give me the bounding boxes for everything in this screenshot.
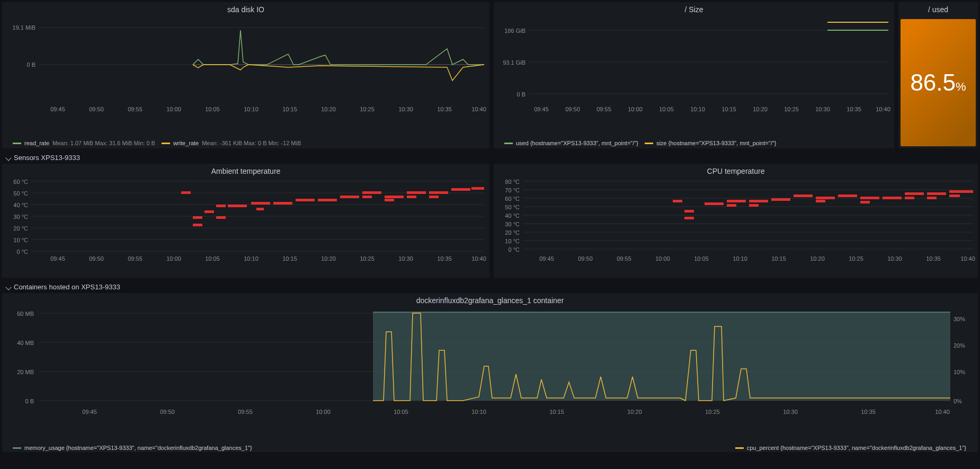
svg-rect-29 xyxy=(362,196,372,198)
legend-write-rate[interactable]: write_rate Mean: -361 KiB Max: 0 B Min: … xyxy=(162,140,301,146)
chart-size xyxy=(494,17,894,112)
svg-rect-68 xyxy=(949,194,960,197)
svg-rect-31 xyxy=(385,199,394,201)
panel-title: Ambient temperature xyxy=(2,164,489,179)
svg-rect-56 xyxy=(794,194,813,197)
panel-container[interactable]: dockerinfluxdb2grafana_glances_1 contain… xyxy=(2,293,978,452)
panel-title: CPU temperature xyxy=(494,164,978,179)
chevron-down-icon xyxy=(5,284,11,290)
svg-rect-52 xyxy=(727,204,736,207)
chevron-down-icon xyxy=(5,155,11,161)
svg-rect-61 xyxy=(860,201,870,203)
svg-rect-63 xyxy=(905,192,924,195)
svg-rect-50 xyxy=(705,202,724,205)
svg-rect-20 xyxy=(216,216,226,219)
svg-rect-47 xyxy=(673,200,682,202)
section-sensors-toggle[interactable]: Sensors XPS13-9333 xyxy=(2,152,978,164)
svg-rect-19 xyxy=(216,205,226,207)
panel-title: / used xyxy=(898,2,978,17)
svg-rect-15 xyxy=(181,191,191,194)
svg-rect-36 xyxy=(451,188,470,191)
svg-rect-66 xyxy=(927,197,937,199)
svg-rect-53 xyxy=(749,200,768,202)
read-rate-swatch xyxy=(13,143,21,144)
chart-ambient xyxy=(2,179,489,261)
svg-rect-30 xyxy=(385,196,404,198)
legend-memory-usage[interactable]: memory_usage {hostname="XPS13-9333", nam… xyxy=(13,445,252,451)
svg-rect-48 xyxy=(684,210,694,213)
svg-rect-49 xyxy=(684,217,694,219)
svg-rect-25 xyxy=(296,199,315,201)
svg-rect-34 xyxy=(429,191,448,194)
panel-ambient-temp[interactable]: Ambient temperature xyxy=(2,164,489,278)
panel-used-gauge[interactable]: / used 86.5% xyxy=(898,2,978,148)
panel-cpu-temp[interactable]: CPU temperature xyxy=(494,164,978,278)
used-swatch xyxy=(504,143,513,144)
panel-title: / Size xyxy=(494,2,894,17)
section-label: Containers hosted on XPS13-9333 xyxy=(14,283,120,291)
svg-rect-35 xyxy=(429,196,439,198)
svg-rect-37 xyxy=(471,187,484,190)
svg-rect-54 xyxy=(749,204,759,207)
svg-rect-16 xyxy=(193,216,202,219)
legend-read-rate[interactable]: read_rate Mean: 1.07 MiB Max: 31.6 MiB M… xyxy=(13,140,155,146)
svg-rect-58 xyxy=(816,200,825,202)
legend-size[interactable]: size {hostname="XPS13-9333", mnt_point="… xyxy=(645,140,777,146)
svg-rect-67 xyxy=(949,190,973,193)
svg-rect-32 xyxy=(407,191,426,194)
legend-cpu-percent[interactable]: cpu_percent {hostname="XPS13-9333", name… xyxy=(735,445,966,451)
svg-rect-21 xyxy=(228,205,247,207)
size-swatch xyxy=(645,143,653,144)
panel-size[interactable]: / Size 186 GiB 93.1 GiB 0 B 09:45 09:50 … xyxy=(494,2,894,148)
svg-rect-22 xyxy=(251,202,270,205)
chart-cpu-temp xyxy=(494,179,978,261)
svg-rect-26 xyxy=(318,199,337,201)
svg-rect-55 xyxy=(771,198,790,201)
write-rate-swatch xyxy=(162,143,170,144)
svg-rect-17 xyxy=(193,224,202,226)
svg-rect-57 xyxy=(816,197,835,199)
svg-rect-65 xyxy=(927,192,946,195)
panel-title: dockerinfluxdb2grafana_glances_1 contain… xyxy=(2,293,978,308)
chart-disk-io xyxy=(2,17,489,112)
cpu-swatch xyxy=(735,447,744,449)
memory-swatch xyxy=(13,447,21,449)
panel-disk-io[interactable]: sda disk IO 19.1 MiB 0 B 09:45 09:50 0 xyxy=(2,2,489,148)
svg-rect-62 xyxy=(883,197,902,199)
section-containers-toggle[interactable]: Containers hosted on XPS13-9333 xyxy=(2,281,978,293)
svg-rect-64 xyxy=(905,197,914,199)
svg-rect-33 xyxy=(407,196,416,198)
svg-rect-23 xyxy=(256,208,264,210)
panel-title: sda disk IO xyxy=(2,2,489,17)
svg-rect-28 xyxy=(362,191,381,194)
gauge-value: 86.5% xyxy=(910,69,966,96)
svg-rect-27 xyxy=(340,196,359,198)
svg-rect-18 xyxy=(204,210,214,213)
svg-rect-24 xyxy=(273,202,292,205)
legend-used[interactable]: used {hostname="XPS13-9333", mnt_point="… xyxy=(504,140,638,146)
svg-rect-51 xyxy=(727,200,746,202)
chart-container xyxy=(2,308,978,424)
svg-rect-60 xyxy=(860,197,879,199)
section-label: Sensors XPS13-9333 xyxy=(14,154,80,162)
svg-rect-59 xyxy=(838,194,857,197)
